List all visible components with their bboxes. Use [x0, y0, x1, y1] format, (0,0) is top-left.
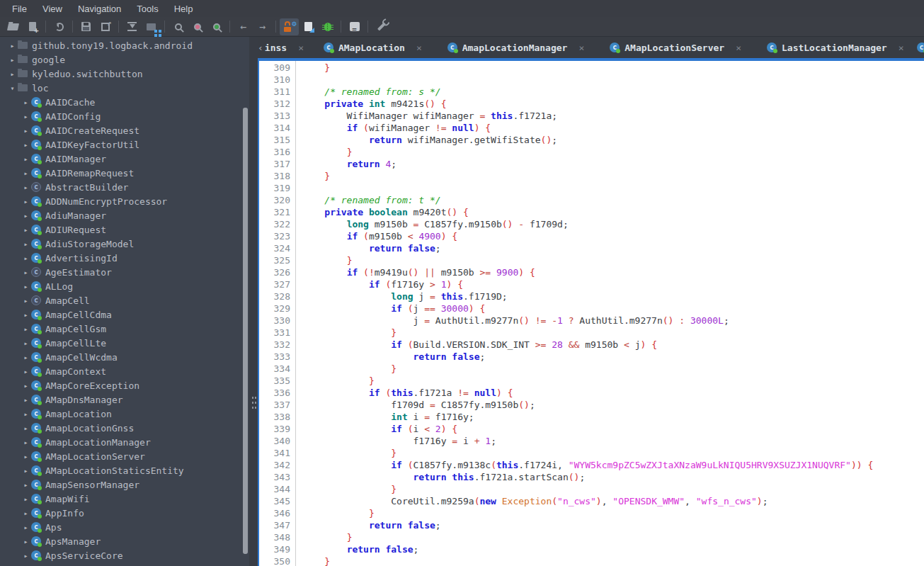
tree-item-AMapLocationServer[interactable]: ▸cAMapLocationServer — [0, 449, 249, 463]
chevron-right-icon[interactable]: ▸ — [21, 552, 31, 560]
chevron-right-icon[interactable]: ▸ — [21, 353, 31, 361]
chevron-right-icon[interactable]: ▸ — [21, 467, 31, 475]
tab-LastLocationManager[interactable]: cLastLocationManager× — [754, 37, 917, 58]
chevron-right-icon[interactable]: ▸ — [21, 98, 31, 106]
chevron-right-icon[interactable]: ▸ — [21, 127, 31, 135]
chevron-right-icon[interactable]: ▸ — [21, 538, 31, 545]
tree-item-ADIURequest[interactable]: ▸cADIURequest — [0, 222, 249, 237]
chevron-right-icon[interactable]: ▸ — [21, 268, 31, 276]
tree-item-AmapCellWcdma[interactable]: ▸cAmapCellWcdma — [0, 350, 249, 364]
tree-item-AmapLocationManager[interactable]: ▸cAmapLocationManager — [0, 435, 249, 449]
chevron-right-icon[interactable]: ▸ — [21, 523, 31, 531]
search-button[interactable] — [169, 18, 188, 35]
tree-item-AmapCellLte[interactable]: ▸cAmapCellLte — [0, 336, 249, 350]
menu-tools[interactable]: Tools — [129, 1, 166, 16]
chevron-right-icon[interactable]: ▸ — [21, 325, 31, 333]
menu-file[interactable]: File — [4, 1, 35, 16]
tree-item-AAIDCache[interactable]: ▸cAAIDCache — [0, 95, 249, 109]
tree-item-ALLog[interactable]: ▸cALLog — [0, 279, 249, 293]
tree-item-AAIDCreateRequest[interactable]: ▸cAAIDCreateRequest — [0, 123, 249, 137]
tree-item-AdiuStorageModel[interactable]: ▸cAdiuStorageModel — [0, 237, 249, 251]
back-button[interactable] — [234, 18, 253, 35]
chevron-right-icon[interactable]: ▸ — [21, 396, 31, 404]
debugger-button[interactable] — [318, 18, 337, 35]
tab-AMapLocation[interactable]: cAMapLocation× — [311, 37, 435, 58]
tree-item-ApsServiceCore[interactable]: ▸cApsServiceCore — [0, 548, 249, 562]
chevron-right-icon[interactable]: ▸ — [7, 70, 18, 78]
tab-AMapLocationServer[interactable]: cAMapLocationServer× — [597, 37, 754, 58]
save-all-button[interactable] — [76, 18, 96, 35]
sync-button[interactable] — [122, 18, 142, 35]
chevron-right-icon[interactable]: ▸ — [21, 283, 31, 290]
tree-item-AmapLocationGnss[interactable]: ▸cAmapLocationGnss — [0, 421, 249, 435]
tree-item-AMapDnsManager[interactable]: ▸cAMapDnsManager — [0, 392, 249, 407]
chevron-right-icon[interactable]: ▸ — [21, 509, 31, 517]
tree-item-AMapLocationStaticsEntity[interactable]: ▸cAMapLocationStaticsEntity — [0, 463, 249, 477]
tree-item-AdiuManager[interactable]: ▸cAdiuManager — [0, 208, 249, 222]
tree-item-AmapCellCdma[interactable]: ▸cAmapCellCdma — [0, 307, 249, 322]
tree-item-AdvertisingId[interactable]: ▸cAdvertisingId — [0, 251, 249, 265]
tab-inss[interactable]: inss× — [263, 37, 311, 58]
tree-item-AmapCell[interactable]: ▸cAmapCell — [0, 293, 249, 307]
close-icon[interactable]: × — [899, 43, 904, 53]
tree-item-ADDNumEncryptProcessor[interactable]: ▸cADDNumEncryptProcessor — [0, 194, 249, 208]
chevron-right-icon[interactable]: ▸ — [21, 453, 31, 460]
edit-document-button[interactable] — [299, 18, 318, 35]
tree-item-Aps[interactable]: ▸cAps — [0, 520, 249, 534]
reload-button[interactable] — [50, 18, 69, 35]
chevron-right-icon[interactable]: ▸ — [21, 226, 31, 234]
code-editor[interactable]: 3093103113123133143153163173183193203213… — [258, 61, 924, 566]
tree-item-AAIDManager[interactable]: ▸cAAIDManager — [0, 152, 249, 166]
chevron-right-icon[interactable]: ▸ — [7, 56, 18, 64]
tree-item-AbstractBuilder[interactable]: ▸cAbstractBuilder — [0, 180, 249, 194]
preferences-button[interactable] — [372, 18, 391, 35]
menu-help[interactable]: Help — [166, 1, 201, 16]
chevron-down-icon[interactable]: ▾ — [7, 84, 18, 92]
tree-item-AMapCoreException[interactable]: ▸cAMapCoreException — [0, 378, 249, 392]
tree-item-AmapLocation[interactable]: ▸cAmapLocation — [0, 407, 249, 421]
package-tree[interactable]: ▸github.tony19.logback.android▸google▸ky… — [0, 37, 249, 566]
menu-view[interactable]: View — [35, 1, 70, 16]
tree-item-google[interactable]: ▸google — [0, 52, 249, 67]
tree-item-kyleduo.switchbutton[interactable]: ▸kyleduo.switchbutton — [0, 67, 249, 81]
tab-partial[interactable]: c — [917, 37, 924, 58]
close-icon[interactable]: × — [298, 43, 304, 53]
forward-button[interactable] — [253, 18, 272, 35]
chevron-right-icon[interactable]: ▸ — [21, 438, 31, 446]
chevron-right-icon[interactable]: ▸ — [21, 410, 31, 418]
chevron-right-icon[interactable]: ▸ — [21, 339, 31, 347]
chevron-right-icon[interactable]: ▸ — [21, 368, 31, 375]
chevron-right-icon[interactable]: ▸ — [21, 183, 31, 191]
chevron-right-icon[interactable]: ▸ — [21, 169, 31, 177]
close-icon[interactable]: × — [416, 43, 422, 53]
chevron-right-icon[interactable]: ▸ — [21, 297, 31, 305]
tree-item-AppInfo[interactable]: ▸cAppInfo — [0, 506, 249, 520]
menu-navigation[interactable]: Navigation — [70, 1, 129, 16]
chevron-right-icon[interactable]: ▸ — [21, 382, 31, 390]
sidebar-splitter[interactable] — [249, 37, 258, 566]
sidebar-scrollbar[interactable] — [243, 108, 248, 554]
tab-AmapLocationManager[interactable]: cAmapLocationManager× — [435, 37, 598, 58]
chevron-right-icon[interactable]: ▸ — [21, 155, 31, 163]
chevron-right-icon[interactable]: ▸ — [21, 113, 31, 120]
tree-item-github.tony19.logback.android[interactable]: ▸github.tony19.logback.android — [0, 38, 249, 52]
tree-item-AmapContext[interactable]: ▸cAmapContext — [0, 364, 249, 378]
tree-item-loc[interactable]: ▾loc — [0, 81, 249, 95]
tree-item-AmapCellGsm[interactable]: ▸cAmapCellGsm — [0, 322, 249, 336]
chevron-right-icon[interactable]: ▸ — [21, 212, 31, 220]
chevron-right-icon[interactable]: ▸ — [21, 240, 31, 248]
tree-item-AAIDKeyFactorUtil[interactable]: ▸cAAIDKeyFactorUtil — [0, 137, 249, 152]
close-icon[interactable]: × — [578, 43, 584, 53]
class-search-button[interactable] — [188, 18, 207, 35]
chevron-right-icon[interactable]: ▸ — [21, 254, 31, 262]
tree-item-AmapWifi[interactable]: ▸cAmapWifi — [0, 492, 249, 506]
tree-item-ApsManager[interactable]: ▸cApsManager — [0, 534, 249, 548]
chevron-right-icon[interactable]: ▸ — [21, 424, 31, 432]
export-button[interactable] — [96, 18, 115, 35]
add-files-button[interactable] — [23, 18, 42, 35]
close-icon[interactable]: × — [736, 43, 741, 53]
tree-item-AgeEstimator[interactable]: ▸cAgeEstimator — [0, 265, 249, 279]
chevron-right-icon[interactable]: ▸ — [21, 481, 31, 489]
tree-item-AAIDConfig[interactable]: ▸cAAIDConfig — [0, 109, 249, 123]
chevron-right-icon[interactable]: ▸ — [7, 42, 18, 50]
